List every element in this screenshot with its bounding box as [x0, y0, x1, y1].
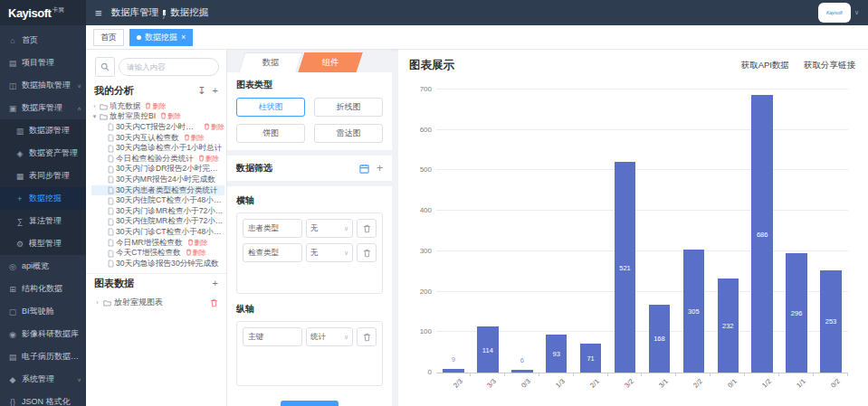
sidebar-item-system[interactable]: ◆系统管理∨ — [0, 368, 86, 391]
delete-badge[interactable]: 删除 — [187, 239, 208, 248]
folder-icon — [100, 113, 108, 120]
delete-badge-label: 删除 — [195, 239, 208, 248]
tree-item[interactable]: 今日MR增强检查数删除 — [91, 238, 224, 249]
bar-value-label: 686 — [751, 230, 773, 238]
delete-badge-label: 删除 — [205, 155, 219, 164]
sidebar-item-emr-qc[interactable]: ▤电子病历数据质控 — [0, 345, 86, 368]
tree-item[interactable]: 30天内急诊报告30分钟完成数 — [91, 259, 224, 269]
agg-select-value: 统计 — [310, 332, 326, 343]
tree-item[interactable]: 30天内互认检查数删除 — [91, 133, 224, 144]
delete-badge-label: 删除 — [152, 102, 166, 111]
add-chart-icon[interactable]: + — [213, 279, 218, 288]
sidebar-item-data-mining[interactable]: +数据挖掘 — [0, 187, 86, 210]
chevron-down-icon: ∨ — [344, 250, 348, 257]
sidebar-item-structured-data[interactable]: ⊞结构化数据 — [0, 278, 86, 300]
sidebar-item-label: 数据资产管理 — [29, 147, 81, 159]
y-axis-box: 主键统计∨ — [236, 321, 383, 386]
chart-data-title: 图表数据 — [94, 277, 206, 290]
doc-icon — [108, 123, 114, 131]
sidebar-item-imaging-db[interactable]: ◉影像科研数据库 — [0, 323, 86, 345]
tab-data-mining[interactable]: 数据挖掘 × — [129, 29, 193, 46]
tree-item[interactable]: 今天CT增强检查数删除 — [91, 248, 224, 259]
sidebar-item-database[interactable]: ▣数据库管理∧ — [0, 97, 86, 119]
remove-field-button[interactable] — [357, 219, 377, 238]
main-area: ≡ 数据库管理 / 数据挖掘 Kayisoft ∨ 首页 数据挖掘 × — [86, 0, 868, 406]
sidebar-item-label: JSON 格式化 — [22, 396, 81, 406]
x-axis-agg-select[interactable]: 无∨ — [306, 243, 353, 262]
delete-badge[interactable]: 删除 — [184, 134, 205, 143]
chart-type-bar-button[interactable]: 柱状图 — [236, 98, 305, 117]
y-tick-label: 0 — [428, 368, 432, 376]
tree-item-label: 填充数据 — [110, 101, 140, 112]
save-data-button[interactable]: 保存数据 — [281, 401, 339, 406]
add-filter-icon[interactable]: + — [377, 163, 383, 174]
remove-field-button[interactable] — [357, 243, 377, 262]
sidebar-item-data-asset[interactable]: ◈数据资产管理 — [0, 142, 86, 165]
tree-item[interactable]: 30天内门诊MR检查小于72小时总计 — [91, 206, 224, 217]
api-icon: ◎ — [8, 262, 17, 271]
search-input[interactable] — [119, 58, 219, 76]
x-axis-field[interactable]: 患者类型 — [243, 219, 302, 238]
delete-trash-icon[interactable] — [210, 298, 218, 307]
sidebar-item-data-source[interactable]: ▥数据源管理 — [0, 119, 86, 142]
x-axis-tick — [470, 373, 471, 376]
sidebar-item-project[interactable]: ▤项目管理 — [0, 52, 86, 74]
tab-data[interactable]: 数据 — [238, 52, 302, 72]
delete-badge[interactable]: 删除 — [204, 123, 224, 132]
sidebar-item-model[interactable]: ⚙模型管理 — [0, 232, 86, 255]
calendar-icon[interactable] — [359, 164, 369, 174]
doc-icon — [108, 145, 114, 153]
tree-item[interactable]: 今日检查检验分类统计删除 — [91, 154, 224, 165]
tree-item[interactable]: ›填充数据删除 — [91, 101, 224, 112]
sidebar-item-data-extract[interactable]: ◫数据抽取管理∨ — [0, 74, 86, 97]
doc-icon — [108, 134, 114, 142]
avatar[interactable]: Kayisoft — [818, 3, 851, 23]
sidebar-item-json[interactable]: {}JSON 格式化 — [0, 391, 86, 406]
x-tick-label: 0/2 — [829, 377, 842, 390]
chart-slot: 2320/1 — [711, 90, 745, 373]
folder-icon — [103, 299, 111, 307]
y-axis-field[interactable]: 主键 — [243, 327, 302, 346]
tree-item[interactable]: 30天内CT报告2小时完成数删除 — [91, 122, 224, 133]
delete-badge[interactable]: 删除 — [198, 155, 219, 164]
chart-type-pie-button[interactable]: 饼图 — [236, 124, 305, 143]
sidebar-item-algorithm[interactable]: ∑算法管理 — [0, 210, 86, 232]
get-share-link[interactable]: 获取分享链接 — [804, 60, 855, 71]
tree-item[interactable]: 30天内门诊DR报告2小时完成数 — [91, 165, 224, 175]
sidebar-item-home[interactable]: ⌂首页 — [0, 29, 86, 52]
chart-data-item[interactable]: › 放射室规图表 — [86, 294, 226, 311]
sidebar-item-table-sync[interactable]: ▦表同步管理 — [0, 165, 86, 187]
tree-item[interactable]: 30天内MR报告24小时完成数 — [91, 175, 224, 185]
sidebar-item-bi-dashboard[interactable]: ▢BI驾驶舱 — [0, 300, 86, 323]
x-axis-field[interactable]: 检查类型 — [243, 243, 302, 262]
tree-item[interactable]: 30天内住院MR检查小于72小时总计 — [91, 217, 224, 228]
tree-item[interactable]: 30天内急诊检查小于1小时总计 — [91, 143, 224, 154]
get-api-data-link[interactable]: 获取API数据 — [741, 60, 789, 71]
axes-section: 横轴 患者类型无∨检查类型无∨ 纵轴 主键统计∨ — [227, 186, 392, 393]
sidebar-item-label: 项目管理 — [22, 57, 81, 69]
tree-item[interactable]: ▾放射室质控BI删除 — [91, 112, 224, 123]
y-axis-agg-select[interactable]: 统计∨ — [306, 327, 353, 346]
add-analysis-icon[interactable]: + — [213, 86, 218, 96]
delete-badge[interactable]: 删除 — [186, 249, 206, 258]
tab-component[interactable]: 组件 — [298, 52, 362, 72]
tree-item[interactable]: 30天内门诊CT检查小于48小时总计 — [91, 227, 224, 238]
y-tick-label: 700 — [420, 85, 432, 93]
tree-item[interactable]: 30天内住院CT检查小于48小时总计 — [91, 195, 224, 206]
remove-field-button[interactable] — [357, 327, 377, 346]
home-icon: ⌂ — [8, 36, 17, 45]
delete-badge-label: 删除 — [167, 112, 181, 121]
delete-badge[interactable]: 删除 — [160, 112, 181, 121]
sidebar-item-api[interactable]: ◎api概览 — [0, 255, 86, 278]
x-axis-agg-select[interactable]: 无∨ — [306, 219, 353, 238]
tab-home[interactable]: 首页 — [93, 29, 124, 46]
table-sync-icon: ▦ — [15, 172, 24, 181]
delete-badge[interactable]: 删除 — [145, 102, 166, 111]
close-icon[interactable]: × — [181, 33, 186, 42]
search-icon[interactable] — [95, 57, 115, 77]
chart-type-line-button[interactable]: 折线图 — [314, 98, 383, 117]
hamburger-icon[interactable]: ≡ — [95, 7, 102, 19]
import-icon[interactable]: ↧ — [197, 86, 205, 96]
chart-type-radar-button[interactable]: 雷达图 — [314, 124, 383, 143]
tree-item[interactable]: 30天内患者类型检查分类统计 — [91, 185, 224, 196]
